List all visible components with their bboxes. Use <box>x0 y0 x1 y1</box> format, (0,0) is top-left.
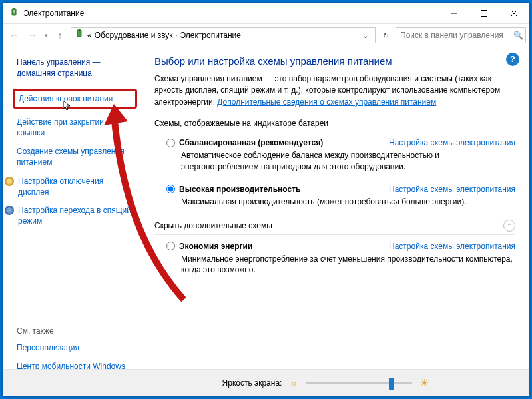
brightness-bar: Яркость экрана: ☼ ☀ <box>3 369 529 396</box>
close-button[interactable] <box>499 3 529 23</box>
plan-power-saver-name: Экономия энергии <box>179 242 252 251</box>
sidebar-item-display-off[interactable]: Настройка отключения дисплея <box>5 176 133 197</box>
learn-more-link[interactable]: Дополнительные сведения о схемах управле… <box>217 97 436 107</box>
collapse-icon[interactable]: ⌃ <box>503 220 515 232</box>
search-placeholder: Поиск в панели управления <box>400 31 511 40</box>
brightness-label: Яркость экрана: <box>222 378 282 388</box>
plan-high-perf-name: Высокая производительность <box>179 185 300 194</box>
brightness-thumb[interactable] <box>389 378 394 390</box>
refresh-button[interactable]: ↻ <box>378 28 393 43</box>
plan-balanced-name: Сбалансированная (рекомендуется) <box>179 138 323 147</box>
power-options-icon <box>9 8 19 19</box>
plan-balanced-desc: Автоматическое соблюдение баланса между … <box>181 150 515 173</box>
plan-high-perf-settings-link[interactable]: Настройка схемы электропитания <box>389 185 515 194</box>
see-also-personalization[interactable]: Персонализация <box>17 342 133 353</box>
plan-high-perf-radio[interactable] <box>166 185 175 193</box>
intro-text: Схема управления питанием — это набор па… <box>154 73 515 108</box>
up-button[interactable]: ↑ <box>52 27 68 43</box>
sidebar: Панель управления — домашняя страница Де… <box>3 47 140 369</box>
window-controls <box>439 3 529 23</box>
svg-rect-7 <box>79 29 81 31</box>
sidebar-item-lid-close-action[interactable]: Действие при закрытии крышки <box>17 117 133 138</box>
plan-balanced-radio-label[interactable]: Сбалансированная (рекомендуется) <box>166 138 323 147</box>
search-box[interactable]: Поиск в панели управления 🔍 <box>396 27 526 43</box>
section-battery-plans: Схемы, отображаемые на индикаторе батаре… <box>154 119 515 131</box>
see-also-mobility-center[interactable]: Центр мобильности Windows <box>17 361 133 369</box>
sidebar-item-create-power-plan[interactable]: Создание схемы управления питанием <box>17 146 133 167</box>
sun-high-icon: ☀ <box>419 378 429 388</box>
back-button[interactable]: ← <box>6 27 22 43</box>
plan-power-saver-radio[interactable] <box>166 242 175 250</box>
forward-button[interactable]: → <box>25 27 41 43</box>
plan-balanced-settings-link[interactable]: Настройка схемы электропитания <box>389 138 515 147</box>
sun-low-icon: ☼ <box>288 378 299 388</box>
maximize-button[interactable] <box>469 3 499 23</box>
plan-power-saver-row: Экономия энергии Настройка схемы электро… <box>166 242 515 251</box>
section-hidden-plans[interactable]: Скрыть дополнительные схемы ⌃ <box>154 220 515 235</box>
plan-high-perf-desc: Максимальная производительность (может п… <box>181 197 515 208</box>
address-bar[interactable]: « Оборудование и звук › Электропитание ⌄ <box>71 27 376 43</box>
control-panel-home-link[interactable]: Панель управления — домашняя страница <box>17 57 133 79</box>
see-also-heading: См. также <box>17 326 133 336</box>
address-dropdown-icon[interactable]: ⌄ <box>358 28 372 43</box>
plan-power-saver-settings-link[interactable]: Настройка схемы электропитания <box>389 242 515 251</box>
navigation-bar: ← → ▾ ↑ « Оборудование и звук › Электроп… <box>3 23 529 47</box>
page-title: Выбор или настройка схемы управления пит… <box>154 55 515 67</box>
svg-rect-6 <box>77 30 81 37</box>
moon-icon <box>5 206 14 215</box>
brightness-slider[interactable] <box>306 382 412 384</box>
crumb-power[interactable]: Электропитание <box>180 31 241 40</box>
plan-power-saver-desc: Минимальное энергопотребление за счет ум… <box>181 254 515 276</box>
window-title: Электропитание <box>23 9 439 18</box>
sidebar-item-sleep[interactable]: Настройка перехода в спящий режим <box>5 205 133 226</box>
control-panel-icon <box>74 29 85 42</box>
help-button[interactable]: ? <box>506 53 519 66</box>
plan-power-saver-radio-label[interactable]: Экономия энергии <box>166 242 252 251</box>
svg-rect-1 <box>13 8 15 9</box>
monitor-icon <box>5 177 14 186</box>
sidebar-item-power-button-actions[interactable]: Действия кнопок питания <box>13 89 137 109</box>
plan-balanced-row: Сбалансированная (рекомендуется) Настрой… <box>166 138 515 147</box>
plan-high-perf-radio-label[interactable]: Высокая производительность <box>166 185 300 194</box>
plan-balanced-radio[interactable] <box>166 139 175 147</box>
window: Электропитание ← → ▾ ↑ « Оборудование и … <box>3 3 529 396</box>
main-content: ? Выбор или настройка схемы управления п… <box>140 47 529 369</box>
body: Панель управления — домашняя страница Де… <box>3 47 529 369</box>
crumb-root[interactable]: « <box>87 31 92 40</box>
recent-locations-icon[interactable]: ▾ <box>43 32 49 39</box>
minimize-button[interactable] <box>439 3 469 23</box>
search-icon[interactable]: 🔍 <box>511 31 525 40</box>
chevron-right-icon[interactable]: › <box>176 32 178 39</box>
crumb-hardware[interactable]: Оборудование и звук <box>95 31 173 40</box>
titlebar: Электропитание <box>3 3 529 23</box>
plan-high-perf-row: Высокая производительность Настройка схе… <box>166 185 515 194</box>
svg-rect-3 <box>481 11 487 17</box>
